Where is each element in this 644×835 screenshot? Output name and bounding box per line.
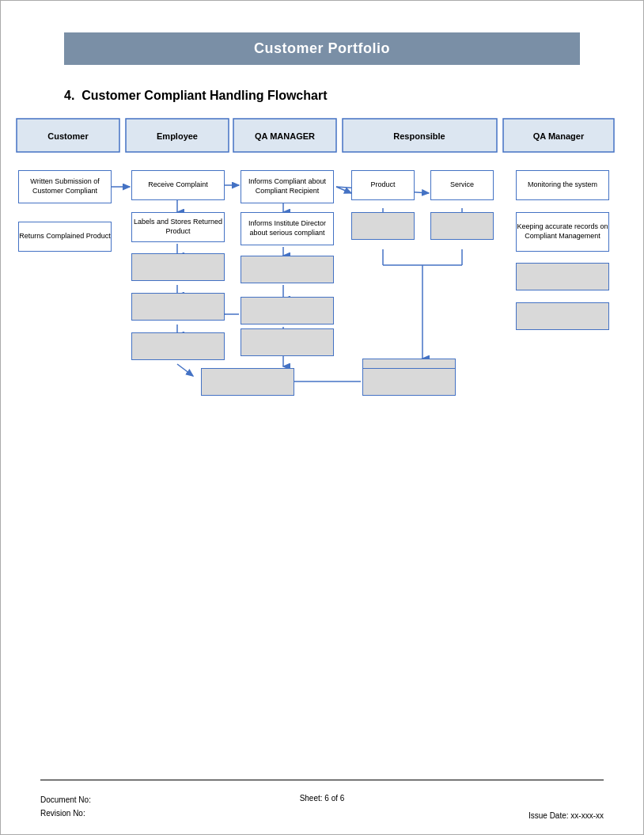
svg-text:Customer: Customer	[47, 131, 89, 141]
qa-blurred-1	[241, 256, 334, 283]
product-box: Product	[351, 170, 415, 200]
resp-blurred-2	[430, 212, 494, 240]
qa2-blurred-2	[516, 302, 609, 330]
page-title: Customer Portfolio	[64, 32, 580, 65]
informs-institute-box: Informs Institute Director about serious…	[241, 212, 334, 245]
footer-left: Document No: Revision No:	[40, 793, 91, 820]
footer-center: Sheet: 6 of 6	[300, 794, 345, 803]
service-box: Service	[430, 170, 494, 200]
bottom-right-blurred	[362, 368, 456, 396]
qa2-blurred-1	[516, 263, 609, 290]
svg-rect-0	[17, 119, 119, 152]
informs-compliant-box: Informs Compliant about Compliant Recipi…	[241, 170, 334, 203]
keeping-accurate-box: Keeping accurate records on Compliant Ma…	[516, 212, 609, 252]
monitoring-box: Monitoring the system	[516, 170, 609, 200]
svg-text:Employee: Employee	[157, 131, 198, 141]
svg-text:QA MANAGER: QA MANAGER	[255, 131, 315, 141]
qa-blurred-2	[241, 297, 334, 325]
employee-blurred-3	[131, 332, 225, 360]
section-title: 4. Customer Compliant Handling Flowchart	[64, 89, 643, 103]
svg-text:QA Manager: QA Manager	[533, 131, 585, 141]
svg-rect-8	[503, 119, 614, 152]
svg-rect-4	[233, 119, 336, 152]
svg-text:Responsible: Responsible	[393, 131, 445, 141]
svg-line-21	[336, 187, 351, 193]
receive-complaint-box: Receive Complaint	[131, 170, 225, 200]
svg-line-29	[177, 364, 193, 376]
employee-blurred-1	[131, 253, 225, 281]
qa-blurred-bottom	[241, 328, 334, 356]
labels-stores-box: Labels and Stores Returned Product	[131, 212, 225, 242]
page: Customer Portfolio 4. Customer Compliant…	[0, 0, 644, 835]
footer-right: Issue Date: xx-xxx-xx	[528, 811, 604, 820]
footer-line	[40, 780, 604, 780]
svg-rect-6	[343, 119, 497, 152]
written-submission-box: Written Submission of Customer Compliant	[18, 170, 112, 203]
flowchart-area: Customer Employee QA MANAGER Responsible…	[1, 119, 643, 419]
returns-complained-box: Returns Complained Product	[18, 222, 112, 252]
resp-blurred-1	[351, 212, 415, 240]
employee-blurred-2	[131, 293, 225, 321]
svg-rect-2	[126, 119, 229, 152]
bottom-left-blurred	[201, 368, 294, 396]
